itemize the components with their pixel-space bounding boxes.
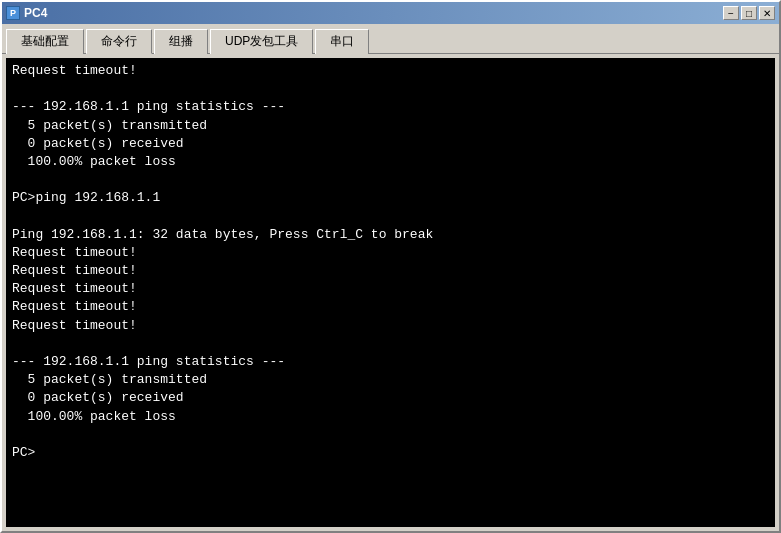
tab-basic-config[interactable]: 基础配置: [6, 29, 84, 54]
minimize-button[interactable]: −: [723, 6, 739, 20]
maximize-button[interactable]: □: [741, 6, 757, 20]
window-title: PC4: [24, 6, 47, 20]
window-icon: P: [6, 6, 20, 20]
title-controls: − □ ✕: [723, 6, 775, 20]
tab-command-line[interactable]: 命令行: [86, 29, 152, 54]
title-bar: P PC4 − □ ✕: [2, 2, 779, 24]
terminal-output[interactable]: Request timeout! --- 192.168.1.1 ping st…: [6, 58, 775, 527]
tab-udp-tool[interactable]: UDP发包工具: [210, 29, 313, 54]
main-window: P PC4 − □ ✕ 基础配置 命令行 组播 UDP发包工具 串口 Reque…: [0, 0, 781, 533]
content-area: Request timeout! --- 192.168.1.1 ping st…: [2, 53, 779, 531]
title-bar-text: P PC4: [6, 6, 47, 20]
close-button[interactable]: ✕: [759, 6, 775, 20]
tab-serial[interactable]: 串口: [315, 29, 369, 54]
tab-multicast[interactable]: 组播: [154, 29, 208, 54]
tab-bar: 基础配置 命令行 组播 UDP发包工具 串口: [2, 24, 779, 53]
